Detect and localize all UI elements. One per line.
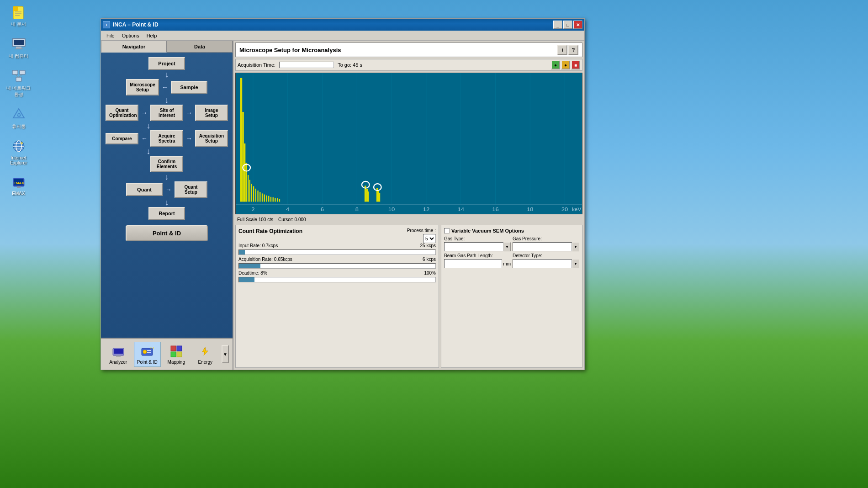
- detector-type-input[interactable]: [513, 259, 572, 268]
- point-id-tool-label: Point & ID: [137, 360, 158, 365]
- info-button[interactable]: i: [557, 45, 567, 55]
- bottom-panels: Count Rate Optimization Process time : 5…: [235, 225, 582, 368]
- desktop-icon-ie[interactable]: e Internet Explorer: [4, 139, 33, 165]
- desktop-icon-my-computer[interactable]: 내 컴퓨터: [4, 37, 33, 59]
- image-setup-button[interactable]: ImageSetup: [195, 105, 228, 121]
- svg-rect-38: [171, 352, 176, 357]
- app-icon: I: [103, 21, 110, 28]
- acq-label: Acquisition Time:: [238, 62, 275, 68]
- gas-pressure-field: Gas Pressure: ▼: [513, 236, 579, 251]
- confirm-elements-button[interactable]: ConfirmElements: [150, 156, 183, 172]
- arrow-quant-qsetup: →: [165, 186, 172, 193]
- gas-pressure-input-row: ▼: [513, 242, 579, 251]
- gas-pressure-input[interactable]: [513, 242, 572, 251]
- gas-type-input[interactable]: [444, 242, 503, 251]
- process-time-area: Process time : 5 1 2 3 4 6: [407, 228, 436, 243]
- svg-rect-1: [13, 6, 18, 11]
- site-of-interest-button[interactable]: Site ofInterest: [150, 105, 183, 121]
- detector-type-dropdown[interactable]: ▼: [572, 259, 579, 268]
- beam-gas-input[interactable]: [444, 259, 502, 268]
- acq-pause-button[interactable]: ●: [561, 60, 570, 69]
- acquire-spectra-button[interactable]: AcquireSpectra: [150, 130, 183, 147]
- arrow-quant-compare: ↓: [147, 122, 151, 130]
- gas-type-dropdown[interactable]: ▼: [503, 242, 511, 251]
- arrow-acquire-acqsetup: →: [186, 135, 192, 142]
- toolbar-energy[interactable]: Energy: [192, 342, 219, 366]
- svg-rect-68: [248, 175, 249, 202]
- svg-rect-7: [16, 47, 21, 48]
- quant-button[interactable]: Quant: [126, 183, 163, 196]
- vacuum-title: Variable Vacuum SEM Options: [444, 228, 579, 233]
- toolbar-dropdown[interactable]: ▼: [222, 345, 229, 363]
- process-time-select[interactable]: 5 1 2 3 4 6 7 8: [423, 234, 436, 243]
- spectrum-svg: 2 4 6 8 10 12 14 16 18 20 keV: [236, 73, 582, 214]
- toolbar-point-id[interactable]: ID Point & ID: [134, 342, 161, 367]
- point-id-button[interactable]: Point & ID: [126, 225, 208, 241]
- acq-stop-button[interactable]: ■: [571, 60, 580, 69]
- desktop-icon-recycle[interactable]: ♻ 휴지통: [4, 107, 33, 130]
- spectrum-chart: 2 4 6 8 10 12 14 16 18 20 keV: [235, 73, 582, 214]
- analyzer-label: Analyzer: [109, 360, 127, 365]
- acquisition-setup-button[interactable]: AcquisitionSetup: [195, 130, 228, 147]
- svg-rect-81: [275, 198, 275, 202]
- sample-button[interactable]: Sample: [171, 81, 207, 94]
- vacuum-checkbox[interactable]: [444, 228, 450, 233]
- detector-type-input-row: ▼: [513, 259, 579, 268]
- gas-pressure-label: Gas Pressure:: [513, 236, 579, 241]
- menu-file[interactable]: File: [103, 32, 118, 39]
- desktop-icon-emax[interactable]: EMAX EMAX: [4, 175, 33, 196]
- recycle-icon: ♻: [11, 107, 26, 122]
- tab-data[interactable]: Data: [167, 41, 233, 53]
- svg-point-32: [143, 350, 147, 354]
- svg-rect-36: [171, 346, 176, 351]
- minimize-button[interactable]: _: [553, 21, 562, 29]
- quant-setup-button[interactable]: QuantSetup: [175, 181, 207, 198]
- maximize-button[interactable]: □: [563, 21, 572, 29]
- menu-options[interactable]: Options: [118, 32, 143, 39]
- desktop-icon-network[interactable]: 내 네트워크 환경: [4, 69, 33, 98]
- bottom-toolbar: Analyzer ID Point & ID: [101, 338, 233, 370]
- report-button[interactable]: Report: [148, 207, 185, 220]
- toolbar-analyzer[interactable]: Analyzer: [105, 342, 132, 366]
- compare-button[interactable]: Compare: [106, 133, 138, 144]
- desktop-icons: 내 문서 내 컴퓨터: [4, 5, 33, 196]
- beam-gas-unit: mm: [503, 261, 511, 266]
- gas-type-field: Gas Type: ▼: [444, 236, 511, 251]
- svg-line-13: [19, 74, 22, 77]
- flow-row-quant-final: Quant → QuantSetup: [106, 181, 228, 198]
- svg-rect-66: [244, 143, 246, 202]
- network-label: 내 네트워크 환경: [4, 85, 33, 98]
- svg-text:14: 14: [457, 206, 464, 212]
- svg-text:ID: ID: [150, 346, 154, 350]
- project-button[interactable]: Project: [148, 57, 185, 70]
- svg-rect-77: [266, 196, 267, 202]
- arrow-quant-site: →: [141, 109, 148, 117]
- my-documents-label: 내 문서: [11, 21, 26, 27]
- svg-rect-88: [378, 191, 379, 202]
- main-content: Navigator Data Project ↓ MicroscopeSe: [101, 41, 584, 370]
- quant-opt-button[interactable]: QuantOptimization: [106, 105, 138, 121]
- input-rate-label: Input Rate: 0.7kcps: [238, 243, 413, 248]
- help-button[interactable]: ?: [568, 45, 578, 55]
- svg-text:e: e: [21, 141, 23, 145]
- acq-start-button[interactable]: ●: [551, 60, 560, 69]
- close-button[interactable]: ✕: [573, 21, 582, 29]
- gas-pressure-dropdown[interactable]: ▼: [572, 242, 579, 251]
- network-icon: [11, 69, 26, 83]
- tab-navigator[interactable]: Navigator: [101, 41, 167, 53]
- svg-line-12: [15, 74, 19, 77]
- microscope-setup-button[interactable]: MicroscopeSetup: [126, 79, 159, 95]
- toolbar-mapping[interactable]: Mapping: [163, 342, 190, 366]
- svg-text:18: 18: [527, 206, 534, 212]
- detector-type-label: Detector Type:: [513, 253, 579, 258]
- menu-help[interactable]: Help: [143, 32, 161, 39]
- my-documents-icon: [11, 5, 26, 19]
- acq-controls: ● ● ■: [551, 60, 580, 69]
- desktop-icon-my-documents[interactable]: 내 문서: [4, 5, 33, 27]
- point-id-icon: ID: [140, 344, 154, 359]
- svg-rect-29: [114, 349, 123, 354]
- flow-row-report: Report: [106, 207, 228, 220]
- svg-rect-73: [257, 191, 258, 202]
- acq-rate-label: Acquisition Rate: 0.65kcps: [238, 257, 413, 262]
- emax-icon: EMAX: [11, 175, 26, 189]
